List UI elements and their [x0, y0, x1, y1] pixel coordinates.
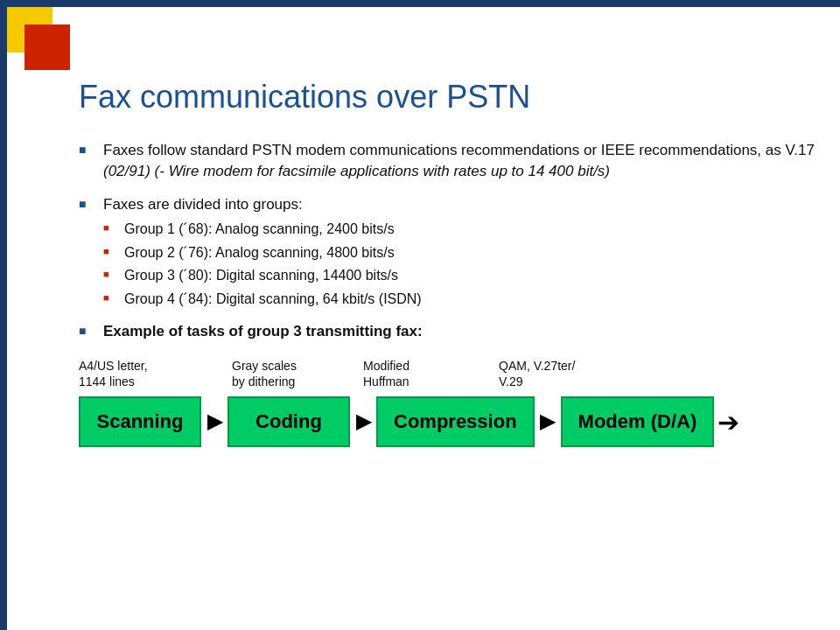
main-bullet-list: Faxes follow standard PSTN modem communi…: [79, 140, 822, 342]
flow-arrow-1: ▶: [201, 409, 228, 435]
diagram-label-2: Gray scales by dithering: [232, 358, 363, 389]
group-1-text: Group 1 (´68): Analog scanning, 2400 bit…: [124, 221, 395, 236]
flow-box-scanning: Scanning: [79, 396, 201, 447]
group-3-text: Group 3 (´80): Digital scanning, 14400 b…: [124, 268, 398, 283]
group-4: Group 4 (´84): Digital scanning, 64 kbit…: [103, 290, 822, 309]
label-3-line1: Modified: [363, 359, 410, 373]
flow-box-modem-label: Modem (D/A): [578, 410, 697, 432]
label-1-line2: 1144 lines: [79, 374, 135, 388]
flow-box-coding: Coding: [228, 396, 350, 447]
flow-box-coding-label: Coding: [256, 410, 322, 432]
bullet-item-2: Faxes are divided into groups: Group 1 (…: [79, 194, 822, 309]
group-2-text: Group 2 (´76): Analog scanning, 4800 bit…: [124, 245, 395, 260]
bullet-text-2-main: Faxes are divided into groups:: [103, 196, 303, 213]
flow-box-compression-label: Compression: [394, 410, 517, 432]
flow-box-scanning-label: Scanning: [96, 410, 183, 432]
label-4-line1: QAM, V.27ter/: [499, 359, 575, 373]
flow-box-compression: Compression: [376, 396, 535, 447]
diagram-label-4: QAM, V.27ter/ V.29: [499, 358, 656, 389]
arrow-icon-3: ▶: [540, 410, 555, 433]
group-2: Group 2 (´76): Analog scanning, 4800 bit…: [103, 243, 822, 262]
slide-title: Fax communications over PSTN: [79, 79, 822, 116]
left-bar: [0, 7, 7, 630]
bullet-item-1: Faxes follow standard PSTN modem communi…: [79, 140, 822, 182]
group-1: Group 1 (´68): Analog scanning, 2400 bit…: [103, 220, 822, 239]
arrow-icon-2: ▶: [356, 410, 371, 433]
bullet-text-1-italic: (02/91) (- Wire modem for facsimile appl…: [103, 163, 610, 179]
diagram-labels-row: A4/US letter, 1144 lines Gray scales by …: [79, 358, 822, 389]
diagram-label-1: A4/US letter, 1144 lines: [79, 358, 232, 389]
group-3: Group 3 (´80): Digital scanning, 14400 b…: [103, 266, 822, 285]
logo-red: [24, 24, 70, 70]
label-2-line1: Gray scales: [232, 359, 297, 373]
label-2-line2: by dithering: [232, 374, 295, 388]
flow-arrow-2: ▶: [350, 409, 376, 435]
flow-container: Scanning ▶ Coding ▶ Compression ▶ Modem …: [79, 396, 822, 447]
bullet-text-1-main: Faxes follow standard PSTN modem communi…: [103, 142, 815, 158]
label-4-line2: V.29: [499, 374, 523, 388]
label-3-line2: Huffman: [363, 374, 410, 388]
arrow-icon-1: ▶: [207, 410, 222, 433]
flow-box-modem: Modem (D/A): [561, 396, 715, 447]
diagram-section: A4/US letter, 1144 lines Gray scales by …: [79, 358, 822, 447]
bullet-item-3: Example of tasks of group 3 transmitting…: [79, 321, 822, 342]
top-bar: [0, 0, 840, 7]
groups-list: Group 1 (´68): Analog scanning, 2400 bit…: [103, 220, 822, 309]
slide-content: Fax communications over PSTN Faxes follo…: [79, 79, 822, 612]
end-arrow-icon: ➔: [718, 407, 739, 438]
label-1-line1: A4/US letter,: [79, 359, 148, 373]
diagram-label-3: Modified Huffman: [363, 358, 499, 389]
group-4-text: Group 4 (´84): Digital scanning, 64 kbit…: [124, 291, 422, 306]
bullet-text-3-main: Example of tasks of group 3 transmitting…: [103, 323, 423, 340]
flow-arrow-3: ▶: [535, 409, 561, 435]
